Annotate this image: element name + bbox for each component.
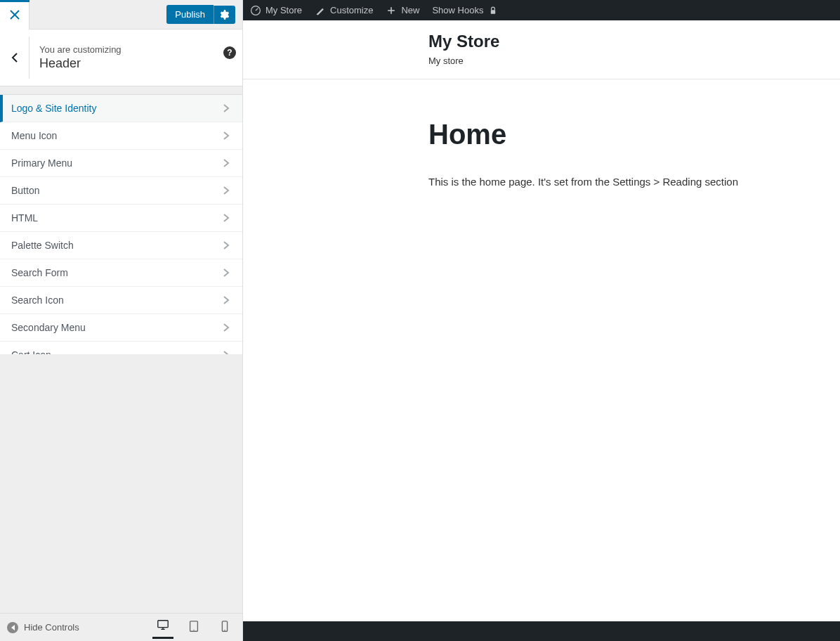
chevron-right-icon [221,323,231,332]
menu-item-label: HTML [11,212,38,224]
menu-item-label: Palette Switch [11,240,74,251]
close-icon [10,10,20,20]
adminbar-show-hooks-link[interactable]: Show Hooks [432,5,499,16]
customizing-label: You are customizing [39,44,207,55]
chevron-left-icon [9,52,20,63]
device-tablet-button[interactable] [183,617,204,638]
collapse-icon [7,622,18,633]
mobile-icon [218,620,231,633]
chevron-right-icon [221,186,231,195]
svg-rect-12 [491,10,495,14]
chevron-right-icon [221,240,231,250]
hide-controls-button[interactable]: Hide Controls [7,622,79,633]
chevron-right-icon [221,158,231,168]
svg-point-8 [224,629,225,630]
customizer-menu: Logo & Site IdentityMenu IconPrimary Men… [0,95,242,354]
menu-item-label: Secondary Menu [11,322,86,333]
svg-rect-2 [158,621,168,628]
plus-icon [386,5,397,16]
menu-item-label: Search Icon [11,294,64,306]
menu-cart-icon[interactable]: Cart Icon [0,342,242,354]
device-mobile-button[interactable] [214,617,235,638]
preview-tagline: My store [428,56,840,66]
menu-palette-switch[interactable]: Palette Switch [0,232,242,259]
menu-logo-site-identity[interactable]: Logo & Site Identity [0,95,242,122]
device-desktop-button[interactable] [152,616,173,639]
adminbar-new-link[interactable]: New [386,5,419,16]
menu-search-form[interactable]: Search Form [0,259,242,287]
adminbar-site-link[interactable]: My Store [250,5,302,16]
help-button[interactable]: ? [217,45,242,70]
section-title: Header [39,56,207,71]
help-icon: ? [223,46,236,59]
menu-menu-icon[interactable]: Menu Icon [0,122,242,150]
brush-icon [315,5,326,16]
dashboard-icon [250,5,261,16]
publish-settings-button[interactable] [214,6,235,24]
preview-footer [243,621,840,641]
preview-page-body: This is the home page. It's set from the… [428,176,840,188]
gear-icon [220,10,230,20]
lock-icon [487,5,499,16]
preview-site-title[interactable]: My Store [428,32,840,51]
menu-primary-menu[interactable]: Primary Menu [0,150,242,177]
menu-item-label: Search Form [11,267,68,278]
menu-search-icon[interactable]: Search Icon [0,287,242,314]
menu-item-label: Menu Icon [11,130,57,141]
chevron-right-icon [221,213,231,223]
chevron-right-icon [221,295,231,305]
adminbar-customize-link[interactable]: Customize [315,5,373,16]
publish-button[interactable]: Publish [166,5,214,24]
chevron-right-icon [221,103,231,113]
preview-page-title: Home [428,119,840,150]
admin-bar: My Store Customize New Show Hooks [243,0,840,20]
menu-item-label: Logo & Site Identity [11,103,96,114]
tablet-icon [188,620,200,633]
chevron-right-icon [221,268,231,278]
menu-item-label: Button [11,185,39,196]
menu-secondary-menu[interactable]: Secondary Menu [0,314,242,342]
hide-controls-label: Hide Controls [24,622,79,633]
back-button[interactable] [0,37,29,79]
desktop-icon [157,619,169,631]
svg-point-6 [193,629,194,630]
close-customizer-button[interactable] [0,0,29,30]
menu-html[interactable]: HTML [0,205,242,232]
menu-item-label: Primary Menu [11,157,72,169]
menu-button[interactable]: Button [0,177,242,205]
chevron-right-icon [221,131,231,141]
